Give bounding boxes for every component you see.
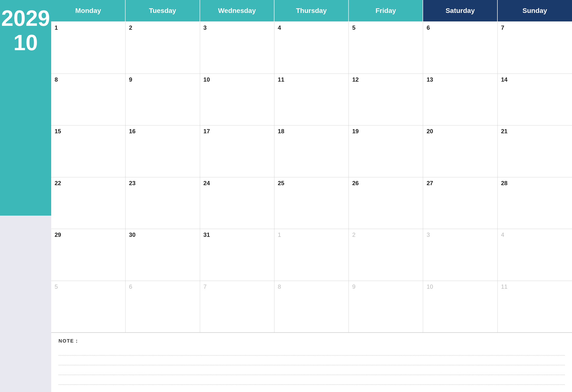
day-cell[interactable]: 20: [423, 125, 497, 177]
day-number: 14: [501, 76, 569, 83]
year-label: 2029: [1, 7, 50, 29]
day-cell[interactable]: 7: [498, 22, 572, 74]
day-cell[interactable]: 15: [51, 125, 126, 177]
day-number: 25: [278, 180, 345, 187]
day-number: 1: [55, 24, 122, 31]
day-cell[interactable]: 11: [498, 281, 572, 333]
day-cell[interactable]: 22: [51, 177, 126, 229]
day-number: 7: [501, 24, 569, 31]
day-number: 7: [204, 283, 271, 290]
day-number: 10: [204, 76, 271, 83]
day-number: 10: [427, 283, 494, 290]
day-number: 28: [501, 180, 569, 187]
day-cell[interactable]: 9: [126, 74, 200, 126]
sidebar: 2029 10 October: [0, 0, 51, 392]
day-number: 17: [204, 128, 271, 135]
day-cell[interactable]: 4: [498, 229, 572, 281]
day-cell[interactable]: 13: [423, 74, 497, 126]
note-line[interactable]: [59, 356, 565, 365]
day-cell[interactable]: 19: [349, 125, 423, 177]
day-cell[interactable]: 21: [498, 125, 572, 177]
day-cell[interactable]: 14: [498, 74, 572, 126]
day-cell[interactable]: 25: [274, 177, 349, 229]
day-number: 22: [55, 180, 122, 187]
day-number: 20: [427, 128, 494, 135]
day-number: 6: [427, 24, 494, 31]
day-number: 8: [278, 283, 345, 290]
day-number: 1: [278, 232, 345, 238]
day-number: 29: [55, 232, 122, 238]
day-number: 3: [427, 232, 494, 238]
calendar-grid: MondayTuesdayWednesdayThursdayFridaySatu…: [51, 0, 572, 332]
day-number: 6: [129, 283, 196, 290]
notes-section: NOTE：: [51, 332, 572, 392]
calendar-container: 2029 10 October MondayTuesdayWednesdayTh…: [0, 0, 572, 392]
day-cell[interactable]: 10: [200, 74, 274, 126]
day-number: 2: [129, 24, 196, 31]
day-cell[interactable]: 23: [126, 177, 200, 229]
day-cell[interactable]: 3: [423, 229, 497, 281]
header-cell-sat: Saturday: [423, 0, 497, 22]
note-line[interactable]: [59, 366, 565, 375]
day-number: 5: [55, 283, 122, 290]
header-cell-fri: Friday: [349, 0, 423, 22]
day-cell[interactable]: 26: [349, 177, 423, 229]
day-number: 30: [129, 232, 196, 238]
day-number: 3: [204, 24, 271, 31]
days-grid: 1234567891011121314151617181920212223242…: [51, 22, 572, 332]
day-number: 4: [501, 232, 569, 238]
day-cell[interactable]: 31: [200, 229, 274, 281]
day-number: 15: [55, 128, 122, 135]
day-cell[interactable]: 7: [200, 281, 274, 333]
day-number: 27: [427, 180, 494, 187]
day-cell[interactable]: 29: [51, 229, 126, 281]
header-cell-thu: Thursday: [274, 0, 349, 22]
day-number: 31: [204, 232, 271, 238]
day-number: 13: [427, 76, 494, 83]
day-cell[interactable]: 2: [349, 229, 423, 281]
day-cell[interactable]: 6: [423, 22, 497, 74]
day-cell[interactable]: 30: [126, 229, 200, 281]
note-label: NOTE：: [59, 338, 565, 344]
note-line[interactable]: [59, 376, 565, 385]
day-cell[interactable]: 8: [274, 281, 349, 333]
day-cell[interactable]: 9: [349, 281, 423, 333]
day-cell[interactable]: 3: [200, 22, 274, 74]
day-number: 5: [352, 24, 419, 31]
day-number: 9: [129, 76, 196, 83]
day-number: 11: [278, 76, 345, 83]
day-number: 8: [55, 76, 122, 83]
header-cell-tue: Tuesday: [126, 0, 200, 22]
day-number: 21: [501, 128, 569, 135]
header-row: MondayTuesdayWednesdayThursdayFridaySatu…: [51, 0, 572, 22]
day-cell[interactable]: 16: [126, 125, 200, 177]
note-line[interactable]: [59, 346, 565, 355]
day-cell[interactable]: 1: [274, 229, 349, 281]
day-number: 11: [501, 283, 569, 290]
day-cell[interactable]: 18: [274, 125, 349, 177]
day-number: 26: [352, 180, 419, 187]
header-cell-wed: Wednesday: [200, 0, 274, 22]
day-cell[interactable]: 6: [126, 281, 200, 333]
day-cell[interactable]: 12: [349, 74, 423, 126]
day-cell[interactable]: 8: [51, 74, 126, 126]
day-number: 18: [278, 128, 345, 135]
day-number: 16: [129, 128, 196, 135]
day-number: 19: [352, 128, 419, 135]
day-cell[interactable]: 5: [349, 22, 423, 74]
day-cell[interactable]: 17: [200, 125, 274, 177]
day-cell[interactable]: 24: [200, 177, 274, 229]
day-cell[interactable]: 1: [51, 22, 126, 74]
main-content: MondayTuesdayWednesdayThursdayFridaySatu…: [51, 0, 572, 392]
day-cell[interactable]: 10: [423, 281, 497, 333]
day-cell[interactable]: 27: [423, 177, 497, 229]
header-cell-sun: Sunday: [498, 0, 572, 22]
header-cell-mon: Monday: [51, 0, 126, 22]
day-cell[interactable]: 5: [51, 281, 126, 333]
month-name-label: October: [1, 68, 50, 83]
note-lines: [59, 346, 565, 385]
day-cell[interactable]: 28: [498, 177, 572, 229]
day-cell[interactable]: 2: [126, 22, 200, 74]
day-cell[interactable]: 11: [274, 74, 349, 126]
day-cell[interactable]: 4: [274, 22, 349, 74]
